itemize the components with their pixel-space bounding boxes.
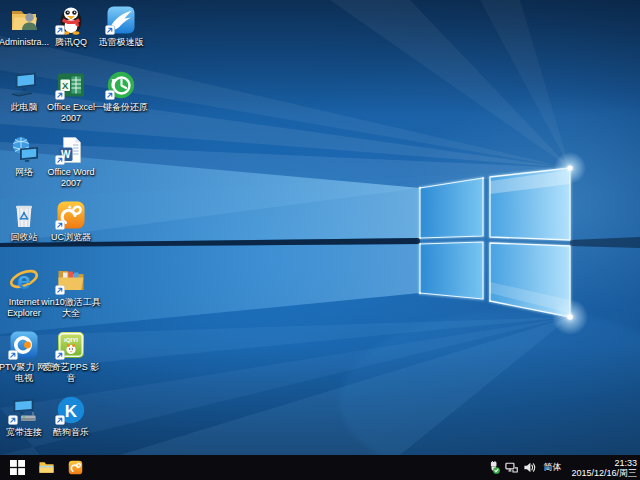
start-button[interactable]	[3, 455, 32, 480]
desktop-icon-label: 爱奇艺PPS 影音	[39, 362, 103, 383]
user-folder-icon	[8, 4, 40, 36]
iqiyi-icon: iQIYI	[55, 329, 87, 361]
uc-browser-taskbar-button[interactable]	[61, 455, 90, 480]
desktop-icon-label: Office Word 2007	[39, 167, 103, 188]
svg-text:iQIYI: iQIYI	[64, 336, 78, 343]
broadband-modem-icon	[8, 394, 40, 426]
folder-icon	[39, 460, 54, 475]
pptv-icon	[8, 329, 40, 361]
windows-logo-icon	[10, 460, 25, 475]
shortcut-arrow-icon	[55, 350, 65, 360]
desktop-icon-kugou-music[interactable]: K 酷狗音乐	[39, 394, 103, 438]
ime-indicator[interactable]: 简体	[539, 461, 565, 474]
desktop-icon-office-word-2007[interactable]: W Office Word 2007	[39, 134, 103, 188]
uc-squirrel-icon	[68, 460, 83, 475]
safely-remove-hardware-icon[interactable]	[485, 455, 501, 480]
internet-explorer-icon: e	[8, 264, 40, 296]
file-explorer-button[interactable]	[32, 455, 61, 480]
volume-icon[interactable]	[521, 455, 537, 480]
shortcut-arrow-icon	[8, 350, 18, 360]
clock-date: 2015/12/16/周三	[571, 468, 637, 478]
network-globe-icon	[8, 134, 40, 166]
shortcut-arrow-icon	[55, 415, 65, 425]
shortcut-arrow-icon	[105, 25, 115, 35]
system-tray: 简体 21:33 2015/12/16/周三	[485, 455, 640, 480]
desktop-icon-iqiyi-pps[interactable]: iQIYI 爱奇艺PPS 影音	[39, 329, 103, 383]
desktop-icon-backup-restore[interactable]: 一键备份还原	[89, 69, 153, 113]
tools-folder-icon	[55, 264, 87, 296]
excel-icon: X	[55, 69, 87, 101]
shortcut-arrow-icon	[55, 285, 65, 295]
shortcut-arrow-icon	[55, 90, 65, 100]
desktop-icon-label: win10激活工具大全	[39, 297, 103, 318]
clock-time: 21:33	[571, 458, 637, 468]
shortcut-arrow-icon	[55, 25, 65, 35]
shortcut-arrow-icon	[55, 220, 65, 230]
desktop-icon-xunlei-speed[interactable]: 迅雷极速版	[89, 4, 153, 48]
desktop-icon-label: UC浏览器	[39, 232, 103, 243]
computer-icon	[8, 69, 40, 101]
svg-text:e: e	[17, 267, 30, 294]
shortcut-arrow-icon	[55, 155, 65, 165]
desktop-icon-uc-browser[interactable]: UC浏览器	[39, 199, 103, 243]
backup-restore-clock-icon	[105, 69, 137, 101]
desktop-icon-win10-activation-tools[interactable]: win10激活工具大全	[39, 264, 103, 318]
desktop-icon-label: 酷狗音乐	[39, 427, 103, 438]
svg-text:K: K	[65, 402, 78, 421]
taskbar-clock[interactable]: 21:33 2015/12/16/周三	[567, 458, 637, 478]
shortcut-arrow-icon	[105, 90, 115, 100]
taskbar[interactable]: 简体 21:33 2015/12/16/周三	[0, 455, 640, 480]
shortcut-arrow-icon	[8, 415, 18, 425]
uc-squirrel-icon	[55, 199, 87, 231]
qq-penguin-icon	[55, 4, 87, 36]
desktop-icon-label: 一键备份还原	[89, 102, 153, 113]
network-tray-icon[interactable]	[503, 455, 519, 480]
desktop-icon-label: 迅雷极速版	[89, 37, 153, 48]
recycle-bin-icon	[8, 199, 40, 231]
xunlei-bird-icon	[105, 4, 137, 36]
word-icon: W	[55, 134, 87, 166]
kugou-icon: K	[55, 394, 87, 426]
